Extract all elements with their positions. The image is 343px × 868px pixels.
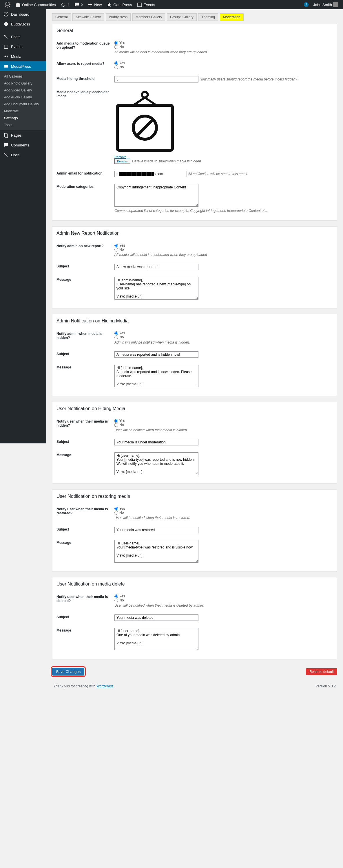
reset-button[interactable]: Reset to default [306, 668, 337, 675]
tab-buddypress[interactable]: BuddyPress [106, 13, 131, 21]
allow-report-yes[interactable] [114, 61, 118, 65]
menu-comments[interactable]: Comments [0, 140, 46, 150]
categories-input[interactable] [114, 184, 198, 207]
user_restore-message-input[interactable]: Hi [user-name], Your [media-type] was re… [114, 540, 198, 563]
admin_new-yes[interactable] [114, 244, 118, 247]
add-media-desc: All media will be held in moderation whe… [114, 50, 333, 54]
allow-report-no[interactable] [114, 65, 118, 69]
allow-report-label: Allow users to report media? [56, 58, 114, 73]
user_hide-no[interactable] [114, 423, 118, 427]
admin-email-label: Admin email for notification [56, 167, 114, 181]
svg-point-4 [4, 22, 8, 26]
tab-theming[interactable]: Theming [198, 13, 218, 21]
placeholder-label: Media not available placeholder image [56, 86, 114, 167]
svg-rect-1 [138, 3, 142, 7]
events-text-top: Events [144, 3, 155, 7]
section-general-title: General [52, 24, 337, 37]
wordpress-logo[interactable] [2, 0, 13, 9]
threshold-desc: How many users should report the media b… [200, 77, 297, 81]
placeholder-desc: Default image to show when media is hidd… [132, 159, 202, 163]
gamipress-link[interactable]: GamiPress [104, 0, 134, 9]
menu-docs[interactable]: Docs [0, 150, 46, 160]
user_delete-message-input[interactable]: Hi [user-name], One of your media was de… [114, 628, 198, 650]
user_delete-no[interactable] [114, 598, 118, 602]
comments-link[interactable]: 0 [72, 0, 85, 9]
new-link[interactable]: New [85, 0, 104, 9]
submenu-moderate[interactable]: Moderate [0, 108, 46, 115]
tab-members[interactable]: Members Gallery [133, 13, 165, 21]
footer-thanks: Thank you for creating with WordPress. [54, 684, 114, 688]
tab-moderation[interactable]: Moderation [220, 13, 244, 21]
user_restore-yes[interactable] [114, 507, 118, 510]
site-name-link[interactable]: Online Communities [13, 0, 58, 9]
submenu-add-audio[interactable]: Add Audio Gallery [0, 94, 46, 101]
admin_hide-subject-input[interactable] [114, 351, 198, 358]
user_delete-subject-label: Subject [56, 611, 114, 624]
user_delete-yes[interactable] [114, 594, 118, 598]
remove-image-link[interactable]: Remove [114, 155, 131, 159]
account-link[interactable]: John Smith [311, 0, 341, 9]
admin_new-no[interactable] [114, 248, 118, 251]
submenu-settings[interactable]: Settings [0, 115, 46, 122]
submenu-add-video[interactable]: Add Video Gallery [0, 87, 46, 94]
admin-email-input[interactable] [114, 171, 187, 177]
submenu-tools[interactable]: Tools [0, 122, 46, 128]
user_restore-no[interactable] [114, 511, 118, 515]
tab-groups[interactable]: Groups Gallery [167, 13, 197, 21]
submenu-all-galleries[interactable]: All Galleries [0, 73, 46, 80]
submenu-add-photo[interactable]: Add Photo Gallery [0, 80, 46, 87]
updates-link[interactable]: 4 [58, 0, 72, 9]
submenu-add-document[interactable]: Add Document Gallery [0, 101, 46, 108]
user_delete-notify-desc: User will be notified when their media i… [114, 603, 333, 608]
admin_new-notify-desc: All media will be held in moderation whe… [114, 253, 333, 257]
admin-email-desc: All notification will be sent to this em… [188, 172, 248, 176]
user_hide-message-input[interactable]: Hi [user-name], Your [media-type] was re… [114, 453, 198, 475]
placeholder-image-icon [114, 89, 175, 153]
user_delete-notify-label: Notify user when their media is deleted? [56, 591, 114, 611]
svg-point-6 [5, 56, 6, 57]
user_hide-subject-input[interactable] [114, 439, 198, 445]
user_restore-subject-input[interactable] [114, 527, 198, 533]
new-text: New [94, 3, 102, 7]
help-icon[interactable]: ? [304, 2, 309, 7]
menu-mediapress[interactable]: MediaPress [0, 61, 46, 71]
admin_hide-no[interactable] [114, 336, 118, 339]
user_restore-subject-label: Subject [56, 523, 114, 536]
events-link-top[interactable]: Events [135, 0, 158, 9]
menu-pages[interactable]: Pages [0, 130, 46, 140]
footer-wordpress-link[interactable]: WordPress [96, 684, 113, 688]
user_hide-notify-desc: User will be notified when their media i… [114, 428, 333, 432]
updates-count: 4 [67, 3, 69, 6]
admin_new-subject-input[interactable] [114, 264, 198, 270]
avatar-icon [333, 2, 338, 7]
add-media-no[interactable] [114, 45, 118, 49]
menu-events[interactable]: Events [0, 42, 46, 52]
save-button[interactable]: Save Changes [52, 668, 84, 676]
tab-general[interactable]: General [52, 13, 71, 21]
svg-rect-7 [4, 65, 8, 68]
gamipress-text: GamiPress [113, 3, 132, 7]
section-admin_new-title: Admin New Report Notification [52, 227, 337, 240]
admin_hide-notify-label: Notify admin when media is hidden? [56, 328, 114, 348]
user_delete-subject-input[interactable] [114, 615, 198, 621]
menu-dashboard[interactable]: Dashboard [0, 9, 46, 19]
browse-button[interactable]: Browse [114, 159, 131, 164]
add-media-yes[interactable] [114, 41, 118, 45]
tab-sitewide[interactable]: Sitewide Gallery [73, 13, 104, 21]
admin_hide-message-input[interactable]: Hi [admin-name], A media was reported an… [114, 365, 198, 387]
settings-tabs: General Sitewide Gallery BuddyPress Memb… [52, 9, 337, 24]
svg-rect-5 [4, 45, 8, 49]
section-user_hide-title: User Notification on Hiding Media [52, 402, 337, 415]
user_hide-yes[interactable] [114, 419, 118, 423]
threshold-input[interactable] [114, 76, 198, 83]
menu-buddyboss[interactable]: BuddyBoss [0, 19, 46, 29]
account-name: John Smith [313, 3, 332, 7]
menu-posts[interactable]: Posts [0, 32, 46, 42]
user_hide-notify-label: Notify user when their media is hidden? [56, 415, 114, 436]
section-user_delete-title: User Notification on media delete [52, 578, 337, 591]
menu-media[interactable]: Media [0, 52, 46, 61]
admin_hide-yes[interactable] [114, 332, 118, 335]
admin_new-message-input[interactable]: Hi [admin-name], [user-name] has reporte… [114, 277, 198, 300]
user_delete-message-label: Message [56, 624, 114, 655]
admin_new-subject-label: Subject [56, 260, 114, 274]
